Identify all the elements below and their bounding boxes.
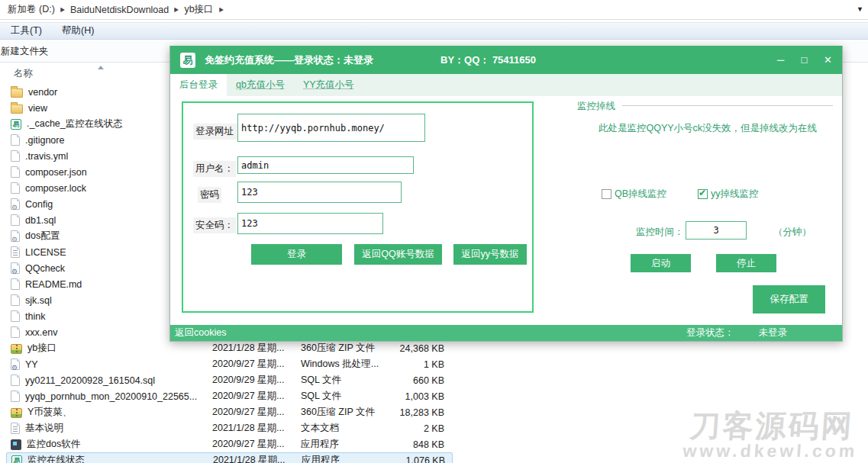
interval-label: 监控时间： — [636, 226, 684, 239]
save-config-button[interactable]: 保存配置 — [753, 285, 825, 313]
minimize-button[interactable]: ─ — [769, 46, 792, 74]
maximize-button[interactable]: □ — [792, 46, 816, 74]
file-icon — [11, 182, 20, 194]
yy-monitor-checkbox[interactable]: yy掉线监控 — [698, 188, 759, 201]
file-name: dos配置 — [25, 230, 60, 243]
file-row[interactable]: yyqb_pornhub_mon_20200910_22565...2020/9… — [6, 388, 464, 404]
textfile-icon — [11, 246, 20, 258]
recharge-system-window: 免签约充值系统——登录状态：未登录 BY：QQ： 75411650 ─ □ ✕ … — [169, 46, 843, 342]
file-icon — [11, 278, 20, 290]
file-name: yb接口 — [27, 342, 56, 355]
breadcrumb-item-subfolder[interactable]: yb接口 — [184, 3, 213, 16]
file-name: .gitignore — [25, 135, 64, 146]
safecode-input[interactable] — [237, 213, 383, 234]
menu-help[interactable]: 帮助(H) — [62, 24, 94, 37]
menu-bar: 工具(T) 帮助(H) — [0, 22, 868, 40]
breadcrumb-item-folder[interactable]: BaiduNetdiskDownload — [70, 5, 169, 15]
file-row[interactable]: 监控dos软件2020/9/27 星期...应用程序848 KB — [6, 436, 464, 452]
file-name: composer.json — [25, 167, 87, 178]
login-button[interactable]: 登录 — [251, 244, 342, 265]
file-type: 应用程序 — [302, 454, 386, 463]
new-folder-button[interactable]: 新建文件夹 — [1, 45, 49, 58]
file-row[interactable]: yy0211_20200928_161504.sql2020/9/29 星期..… — [6, 372, 464, 388]
interval-input[interactable] — [686, 221, 747, 240]
dialog-titlebar[interactable]: 免签约充值系统——登录状态：未登录 BY：QQ： 75411650 ─ □ ✕ — [170, 46, 842, 74]
file-row[interactable]: yb接口2021/1/28 星期...360压缩 ZIP 文件24,368 KB — [6, 340, 464, 356]
breadcrumb-arrow-icon[interactable]: ▶ — [60, 6, 65, 13]
login-status-value: 未登录 — [759, 326, 788, 339]
dialog-content: 登录网址： 用户名： 密码 安全码： 登录 返回QQ账号数据 返回yy号数据 监… — [170, 96, 842, 326]
file-name: LICENSE — [25, 247, 66, 258]
tab-yy-recharge[interactable]: YY充值小号 — [294, 74, 363, 96]
breadcrumb-arrow-icon[interactable]: ▶ — [175, 6, 179, 13]
checkbox-checked-icon[interactable] — [698, 189, 708, 199]
file-date: 2020/9/29 星期... — [212, 374, 292, 387]
column-header-name[interactable]: 名称 — [14, 67, 33, 80]
file-name: yy0211_20200928_161504.sql — [25, 375, 155, 386]
gear-icon — [11, 198, 20, 210]
file-name: view — [28, 103, 47, 114]
return-qq-data-button[interactable]: 返回QQ账号数据 — [354, 244, 442, 265]
qb-monitor-checkbox[interactable]: QB掉线监控 — [602, 188, 666, 201]
breadcrumb-arrow-icon[interactable]: ▶ — [219, 6, 224, 13]
file-name: yyqb_pornhub_mon_20200910_22565... — [25, 391, 197, 402]
file-row[interactable]: 基本说明2021/1/28 星期...文本文档2 KB — [6, 420, 464, 436]
file-name: sjk.sql — [25, 295, 52, 306]
textfile-icon — [11, 423, 20, 434]
file-date: 2021/1/28 星期... — [212, 342, 292, 355]
address-dropdown-icon[interactable]: ▼ — [857, 5, 863, 13]
file-type: 360压缩 ZIP 文件 — [301, 342, 385, 355]
file-icon — [11, 375, 20, 386]
file-type: 应用程序 — [301, 438, 385, 451]
address-bar[interactable]: 新加卷 (D:) ▶ BaiduNetdiskDownload ▶ yb接口 ▶ — [0, 0, 868, 20]
folder-icon — [11, 104, 23, 114]
folder-icon — [11, 88, 23, 98]
return-yy-data-button[interactable]: 返回yy号数据 — [453, 244, 527, 265]
password-label: 密码 — [198, 187, 221, 203]
file-name: Config — [25, 199, 53, 210]
file-name: xxx.env — [25, 327, 57, 338]
breadcrumb-item-drive[interactable]: 新加卷 (D:) — [8, 3, 55, 16]
return-cookies-label[interactable]: 返回cookies — [170, 326, 226, 339]
menu-tools[interactable]: 工具(T) — [11, 24, 42, 37]
dialog-byline: BY：QQ： 75411650 — [440, 53, 536, 67]
file-row[interactable]: 监控在线状态2021/1/28 星期...应用程序1,076 KB — [6, 452, 453, 463]
file-name: db1.sql — [25, 215, 56, 226]
file-name: ._cache_监控在线状态 — [27, 117, 123, 130]
close-button[interactable]: ✕ — [816, 46, 840, 74]
file-icon — [11, 391, 20, 402]
file-size: 2 KB — [385, 423, 444, 434]
file-name: think — [25, 311, 45, 322]
monitor-note: 此处是监控QQYY小号ck没失效，但是掉线改为在线 — [599, 122, 817, 135]
file-size: 660 KB — [385, 375, 444, 386]
file-type: 文本文档 — [301, 422, 385, 435]
file-name: QQcheck — [25, 263, 65, 274]
dialog-statusbar: 返回cookies 登录状态： 未登录 — [170, 325, 842, 341]
elang-icon — [11, 119, 21, 130]
start-button[interactable]: 启动 — [631, 254, 691, 272]
file-type: SQL 文件 — [301, 374, 385, 387]
checkbox-unchecked-icon[interactable] — [602, 189, 611, 199]
elang-icon — [11, 455, 22, 463]
url-input[interactable] — [237, 114, 425, 142]
file-row[interactable]: Y币菠菜、2020/9/27 星期...360压缩 ZIP 文件18,283 K… — [6, 404, 464, 420]
monitor-group-line — [622, 105, 833, 106]
tab-qb-recharge[interactable]: qb充值小号 — [227, 74, 294, 96]
tab-backend-login[interactable]: 后台登录 — [170, 74, 227, 96]
tab-bar: 后台登录 qb充值小号 YY充值小号 — [170, 74, 842, 96]
file-name: YY — [25, 359, 38, 370]
zip-icon — [11, 408, 22, 418]
password-input[interactable] — [237, 182, 402, 203]
file-icon — [11, 214, 20, 226]
file-row[interactable]: YY2020/9/27 星期...Windows 批处理...1 KB — [6, 356, 464, 372]
file-type: SQL 文件 — [301, 390, 385, 403]
app-icon — [11, 439, 21, 450]
file-date: 2020/9/27 星期... — [212, 358, 292, 371]
elang-app-icon — [180, 53, 195, 68]
file-icon — [11, 310, 20, 322]
file-icon — [11, 150, 20, 162]
file-name: composer.lock — [25, 183, 86, 194]
file-size: 24,368 KB — [385, 343, 444, 354]
username-input[interactable] — [237, 156, 414, 174]
stop-button[interactable]: 停止 — [716, 254, 776, 272]
